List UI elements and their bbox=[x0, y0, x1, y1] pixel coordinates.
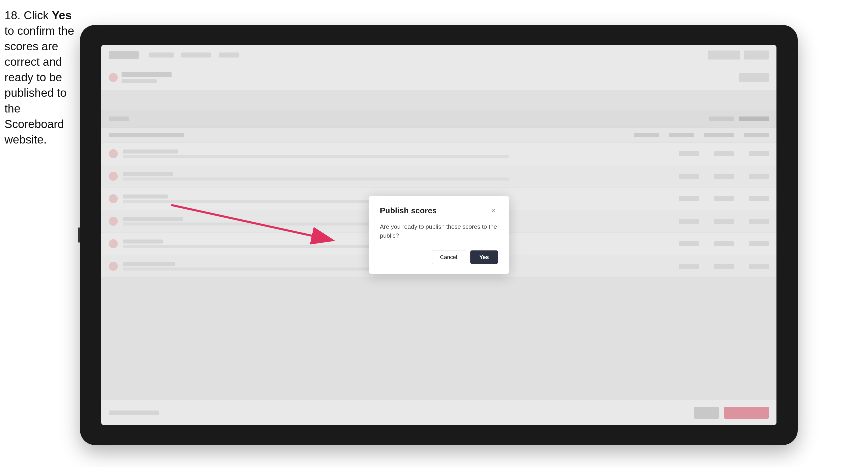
text-part1: Click bbox=[21, 9, 52, 22]
modal-header: Publish scores × bbox=[380, 206, 498, 215]
text-bold: Yes bbox=[52, 9, 71, 22]
modal-footer: Cancel Yes bbox=[380, 250, 498, 264]
yes-button[interactable]: Yes bbox=[470, 250, 498, 264]
instruction-text: 18. Click Yes to confirm the scores are … bbox=[4, 7, 77, 147]
tablet-side-button bbox=[78, 227, 80, 243]
modal-body-text: Are you ready to publish these scores to… bbox=[380, 222, 498, 240]
modal-title: Publish scores bbox=[380, 206, 437, 215]
cancel-button[interactable]: Cancel bbox=[432, 250, 465, 264]
text-part2: to confirm the scores are correct and re… bbox=[4, 24, 74, 146]
modal-close-button[interactable]: × bbox=[489, 206, 498, 215]
tablet-screen: Publish scores × Are you ready to publis… bbox=[101, 45, 776, 425]
step-number: 18. bbox=[4, 9, 21, 22]
tablet-device: Publish scores × Are you ready to publis… bbox=[80, 25, 798, 445]
modal-dialog: Publish scores × Are you ready to publis… bbox=[369, 196, 509, 274]
